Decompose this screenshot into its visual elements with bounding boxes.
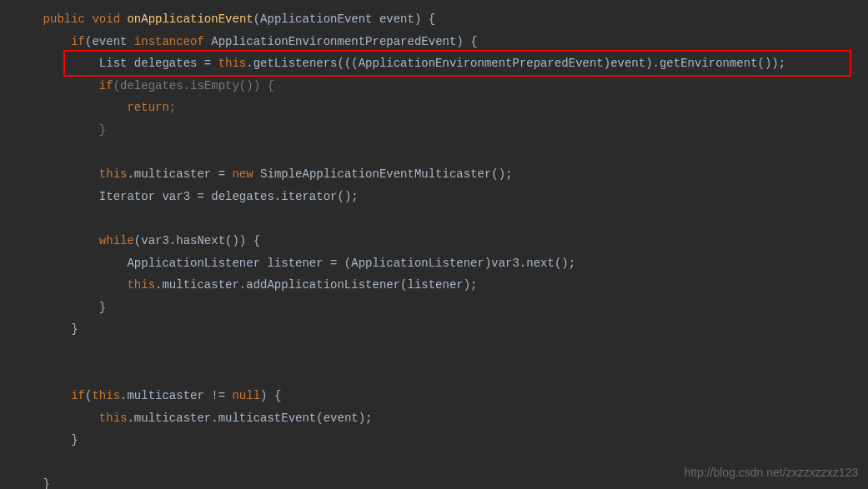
code-text: (delegates.isEmpty()) { bbox=[113, 79, 274, 92]
keyword-if: if bbox=[71, 35, 85, 48]
code-line-blank bbox=[15, 363, 853, 386]
code-brace: } bbox=[71, 322, 78, 336]
keyword-null: null bbox=[232, 389, 260, 402]
code-line-4: if(delegates.isEmpty()) { bbox=[15, 75, 853, 97]
keyword-if: if bbox=[71, 389, 85, 402]
code-line-blank bbox=[15, 341, 853, 363]
code-line-7: this.multicaster = new SimpleApplication… bbox=[15, 163, 853, 186]
keyword-while: while bbox=[99, 234, 134, 247]
keyword-public: public bbox=[43, 12, 85, 26]
code-line-16: } bbox=[15, 429, 853, 452]
code-text: ApplicationListener listener = (Applicat… bbox=[127, 257, 575, 270]
method-name: onApplicationEvent bbox=[127, 12, 253, 26]
keyword-void: void bbox=[92, 12, 120, 26]
code-text: ) { bbox=[260, 389, 281, 402]
code-text: .multicaster = bbox=[127, 167, 232, 181]
code-text: ; bbox=[169, 101, 176, 114]
code-line-1: public void onApplicationEvent(Applicati… bbox=[15, 8, 853, 31]
code-editor[interactable]: public void onApplicationEvent(Applicati… bbox=[15, 8, 853, 489]
keyword-this: this bbox=[127, 278, 155, 292]
code-brace: } bbox=[43, 477, 50, 489]
code-text: (ApplicationEvent event) { bbox=[253, 12, 435, 26]
code-brace: } bbox=[71, 433, 78, 447]
code-text: (var3.hasNext()) { bbox=[134, 234, 260, 247]
keyword-this: this bbox=[92, 389, 120, 402]
code-line-3: List delegates = this.getListeners(((App… bbox=[15, 52, 853, 75]
code-line-5: return; bbox=[15, 97, 853, 119]
code-brace: } bbox=[99, 301, 106, 314]
code-text: List delegates = bbox=[99, 57, 218, 70]
code-line-10: ApplicationListener listener = (Applicat… bbox=[15, 252, 853, 275]
code-text: .multicaster.addApplicationListener(list… bbox=[155, 278, 477, 292]
code-line-8: Iterator var3 = delegates.iterator(); bbox=[15, 186, 853, 208]
code-line-14: if(this.multicaster != null) { bbox=[15, 385, 853, 407]
code-line-6: } bbox=[15, 119, 853, 142]
code-text: .multicaster != bbox=[120, 389, 232, 402]
code-line-15: this.multicaster.multicastEvent(event); bbox=[15, 407, 853, 430]
code-text: Iterator var3 = delegates.iterator(); bbox=[99, 190, 359, 203]
keyword-this: this bbox=[99, 412, 128, 425]
keyword-if: if bbox=[99, 79, 113, 92]
code-line-9: while(var3.hasNext()) { bbox=[15, 230, 853, 252]
code-line-blank bbox=[15, 207, 853, 230]
code-text: (event bbox=[85, 35, 127, 48]
code-text: SimpleApplicationEventMulticaster(); bbox=[253, 167, 513, 181]
keyword-new: new bbox=[232, 167, 253, 181]
code-line-blank bbox=[15, 142, 853, 164]
keyword-instanceof: instanceof bbox=[134, 35, 204, 48]
keyword-this: this bbox=[99, 167, 128, 181]
watermark-text: http://blog.csdn.net/zxzzxzzxz123 bbox=[684, 462, 858, 484]
code-line-11: this.multicaster.addApplicationListener(… bbox=[15, 274, 853, 297]
code-line-2: if(event instanceof ApplicationEnvironme… bbox=[15, 31, 853, 53]
code-text: ApplicationEnvironmentPreparedEvent) { bbox=[211, 35, 477, 48]
code-text: .getListeners(((ApplicationEnvironmentPr… bbox=[246, 57, 785, 70]
keyword-this: this bbox=[218, 57, 247, 70]
code-line-13: } bbox=[15, 318, 853, 341]
code-brace: } bbox=[99, 123, 106, 137]
code-line-12: } bbox=[15, 297, 853, 319]
code-text: .multicaster.multicastEvent(event); bbox=[127, 412, 372, 425]
keyword-return: return bbox=[127, 101, 168, 114]
